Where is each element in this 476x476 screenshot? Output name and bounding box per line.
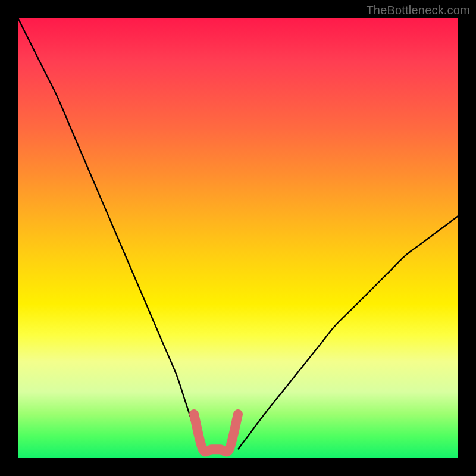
series-left-curve <box>18 18 203 449</box>
plot-area <box>18 18 458 458</box>
chart-frame: TheBottleneck.com <box>0 0 476 476</box>
watermark-text: TheBottleneck.com <box>366 4 470 17</box>
series-right-curve <box>238 216 458 449</box>
series-tolerance-band <box>194 414 238 452</box>
chart-svg <box>18 18 458 458</box>
